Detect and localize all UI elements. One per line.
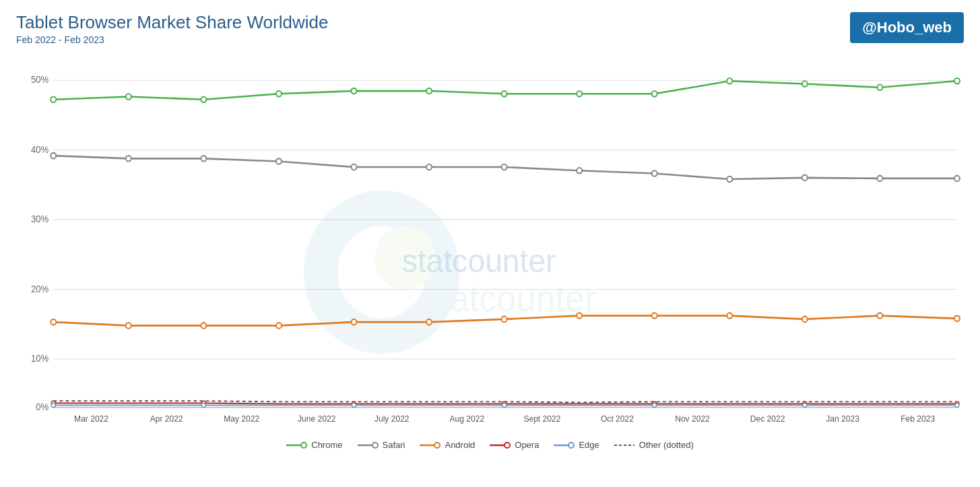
svg-text:Apr 2022: Apr 2022: [150, 414, 183, 424]
svg-point-78: [352, 403, 356, 407]
legend-other-label: Other (dotted): [639, 440, 694, 450]
svg-point-45: [201, 156, 206, 161]
page-container: Tablet Browser Market Share Worldwide Fe…: [0, 0, 980, 487]
legend-android-label: Android: [445, 440, 475, 450]
svg-text:50%: 50%: [31, 75, 48, 85]
legend-chrome: Chrome: [286, 440, 342, 450]
svg-point-63: [577, 313, 582, 318]
svg-text:Sept 2022: Sept 2022: [523, 414, 560, 424]
svg-point-31: [126, 94, 131, 99]
svg-point-41: [877, 85, 882, 90]
svg-point-60: [351, 319, 356, 325]
svg-point-32: [201, 97, 206, 102]
other-line-icon: [614, 441, 636, 450]
svg-point-61: [426, 319, 432, 325]
svg-point-68: [954, 316, 960, 321]
svg-point-76: [51, 403, 55, 407]
svg-point-79: [502, 403, 507, 407]
legend-edge: Edge: [554, 440, 599, 450]
legend-safari-label: Safari: [383, 440, 405, 450]
svg-text:Aug 2022: Aug 2022: [450, 414, 485, 424]
svg-text:Feb 2023: Feb 2023: [901, 414, 935, 424]
svg-point-38: [652, 91, 657, 96]
chart-svg: 50% 40% 30% 20% 10% 0% statcounter: [16, 52, 964, 436]
svg-point-80: [653, 403, 657, 407]
svg-point-57: [126, 323, 131, 328]
svg-text:May 2022: May 2022: [224, 414, 259, 424]
svg-point-36: [502, 91, 507, 96]
svg-point-92: [568, 443, 574, 448]
page-subtitle: Feb 2022 - Feb 2023: [16, 34, 328, 45]
brand-badge: @Hobo_web: [850, 12, 964, 43]
svg-point-42: [954, 78, 960, 84]
svg-text:Jan 2023: Jan 2023: [826, 414, 859, 424]
svg-point-50: [577, 168, 582, 173]
svg-point-39: [727, 78, 732, 84]
svg-point-49: [502, 164, 507, 170]
svg-text:statcounter: statcounter: [422, 278, 596, 319]
legend-chrome-label: Chrome: [311, 440, 342, 450]
page-title: Tablet Browser Market Share Worldwide: [16, 12, 328, 33]
chart-area: 50% 40% 30% 20% 10% 0% statcounter: [16, 52, 964, 436]
svg-point-54: [877, 176, 882, 181]
svg-point-81: [803, 403, 807, 407]
svg-point-55: [954, 176, 960, 181]
svg-point-59: [276, 323, 282, 328]
svg-point-30: [51, 97, 56, 102]
svg-point-90: [504, 443, 510, 448]
svg-point-43: [51, 153, 56, 158]
svg-point-46: [276, 158, 282, 164]
legend-safari: Safari: [358, 440, 405, 450]
legend-opera: Opera: [490, 440, 539, 450]
svg-point-67: [877, 313, 882, 318]
svg-point-52: [727, 176, 732, 182]
svg-text:June 2022: June 2022: [298, 414, 335, 424]
svg-point-77: [201, 403, 205, 407]
title-block: Tablet Browser Market Share Worldwide Fe…: [16, 12, 328, 45]
svg-text:10%: 10%: [31, 354, 48, 364]
svg-text:statcounter: statcounter: [402, 242, 556, 279]
svg-point-65: [727, 313, 732, 318]
svg-point-84: [301, 443, 306, 448]
android-line-icon: [420, 441, 441, 450]
svg-point-35: [426, 88, 432, 94]
svg-point-86: [372, 443, 378, 448]
svg-text:30%: 30%: [31, 214, 48, 224]
svg-point-47: [351, 164, 356, 170]
svg-point-33: [276, 91, 282, 96]
safari-line-icon: [358, 441, 379, 450]
svg-point-40: [802, 81, 808, 86]
svg-point-56: [51, 319, 56, 325]
svg-point-88: [434, 443, 440, 448]
svg-point-48: [426, 164, 432, 170]
svg-point-64: [652, 313, 657, 318]
svg-text:Mar 2022: Mar 2022: [74, 414, 108, 424]
chrome-line-icon: [286, 441, 308, 450]
edge-line-icon: [554, 441, 575, 450]
legend-other: Other (dotted): [614, 440, 694, 450]
legend-android: Android: [420, 440, 475, 450]
svg-point-44: [126, 156, 131, 161]
svg-text:July 2022: July 2022: [374, 414, 410, 424]
svg-text:Nov 2022: Nov 2022: [675, 414, 710, 424]
opera-line-icon: [490, 441, 511, 450]
svg-point-62: [502, 317, 507, 322]
svg-text:Dec 2022: Dec 2022: [750, 414, 785, 424]
svg-point-37: [577, 91, 582, 96]
page-header: Tablet Browser Market Share Worldwide Fe…: [16, 12, 964, 45]
svg-text:20%: 20%: [31, 284, 48, 294]
legend-edge-label: Edge: [579, 440, 599, 450]
svg-point-53: [802, 175, 808, 181]
svg-text:Oct 2022: Oct 2022: [601, 414, 634, 424]
svg-point-58: [201, 323, 206, 328]
svg-point-51: [652, 170, 657, 176]
svg-text:0%: 0%: [36, 402, 48, 412]
svg-point-82: [955, 403, 959, 407]
svg-point-66: [802, 317, 808, 322]
svg-text:40%: 40%: [31, 145, 48, 155]
legend-opera-label: Opera: [515, 440, 539, 450]
svg-point-34: [351, 88, 356, 94]
chart-legend: Chrome Safari Android Opera: [16, 440, 964, 450]
